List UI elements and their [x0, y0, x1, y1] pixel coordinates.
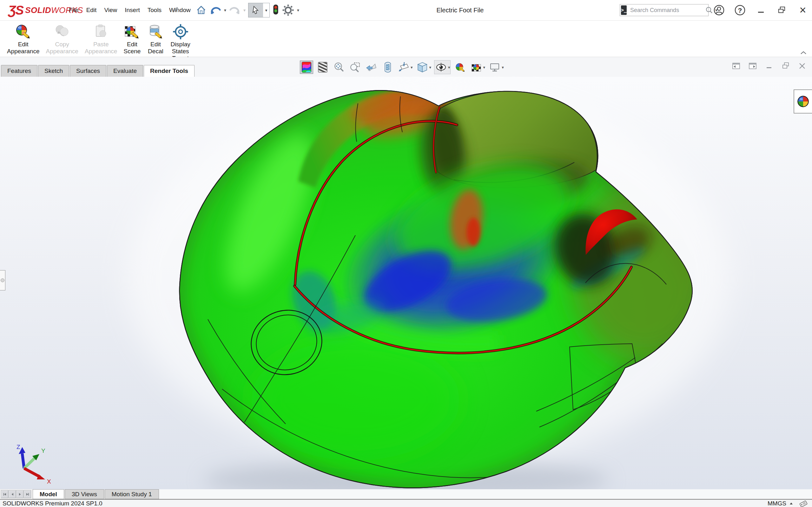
view-settings-caret[interactable]: ▾: [502, 65, 504, 70]
button-label: Appearance: [85, 48, 117, 55]
pin-menu-icon[interactable]: [171, 6, 180, 14]
restore-icon[interactable]: [776, 4, 788, 16]
display-states-target-button[interactable]: Display States Target: [167, 22, 193, 62]
apply-scene-caret[interactable]: ▾: [483, 65, 486, 70]
menu-file[interactable]: File: [65, 7, 83, 14]
button-label: Copy: [55, 41, 69, 48]
tab-model[interactable]: Model: [33, 489, 64, 499]
view-orientation-group: ▾: [397, 61, 413, 74]
svg-text:?: ?: [738, 7, 742, 14]
section-view-icon[interactable]: [381, 61, 394, 74]
search-commands-box[interactable]: >_ ▾: [620, 4, 709, 16]
last-tab-icon[interactable]: [24, 490, 31, 498]
first-tab-icon[interactable]: [1, 490, 8, 498]
select-dropdown-caret[interactable]: ▾: [263, 3, 269, 17]
settings-dropdown-caret[interactable]: ▾: [296, 8, 301, 13]
ribbon-collapse-chevron-icon[interactable]: [800, 50, 807, 55]
display-style-group: ▾: [416, 61, 432, 74]
previous-tab-icon[interactable]: [9, 490, 16, 498]
zebra-stripes-icon[interactable]: [316, 61, 329, 74]
graphics-area[interactable]: Z Y X: [0, 77, 812, 489]
command-manager-ribbon: Edit Appearance Copy Appearance Paste Ap…: [0, 20, 812, 57]
model-electric-foot-file[interactable]: [0, 77, 812, 489]
document-window-controls: [731, 61, 807, 70]
tag-icon[interactable]: [799, 499, 808, 507]
menu-tools[interactable]: Tools: [144, 7, 165, 14]
document-title: Electric Foot File: [412, 0, 508, 20]
minimize-document-icon[interactable]: [764, 61, 774, 70]
hide-show-items-icon[interactable]: [435, 61, 448, 74]
titlebar: ƷS SOLID WORKS File Edit View Insert Too…: [0, 0, 812, 20]
button-label: Decal: [148, 48, 163, 55]
hide-show-items-group: ▾: [434, 60, 451, 74]
view-settings-group: ▾: [488, 61, 504, 74]
restore-document-icon[interactable]: [781, 61, 791, 70]
zoom-to-fit-icon[interactable]: [332, 61, 346, 74]
previous-view-icon[interactable]: [365, 61, 378, 74]
redo-dropdown-caret: ▾: [242, 8, 247, 13]
triad-y-label: Y: [41, 447, 45, 454]
button-label: Edit: [150, 41, 161, 48]
undo-dropdown-caret[interactable]: ▾: [223, 8, 227, 13]
menu-insert[interactable]: Insert: [121, 7, 144, 14]
tab-sketch[interactable]: Sketch: [38, 65, 69, 77]
tab-features[interactable]: Features: [1, 65, 38, 77]
rebuild-traffic-light-icon[interactable]: [271, 3, 281, 17]
menu-view[interactable]: View: [100, 7, 121, 14]
close-icon[interactable]: ×: [797, 4, 809, 16]
tab-bar-filler: [159, 489, 812, 499]
apply-scene-group: ▾: [470, 61, 486, 74]
unit-system-dropdown[interactable]: MMGS: [768, 500, 793, 507]
undo-icon[interactable]: [208, 3, 223, 17]
reference-triad: Z Y X: [4, 441, 52, 486]
zoom-to-area-icon[interactable]: [348, 61, 362, 74]
close-document-icon[interactable]: [797, 61, 807, 70]
tab-motion-study-1[interactable]: Motion Study 1: [105, 489, 159, 499]
tab-render-tools[interactable]: Render Tools: [144, 65, 195, 77]
appearances-flyout-tab[interactable]: [794, 90, 812, 114]
tab-evaluate[interactable]: Evaluate: [107, 65, 143, 77]
command-tabs: Features Sketch Surfaces Evaluate Render…: [1, 65, 195, 77]
command-tab-strip: Features Sketch Surfaces Evaluate Render…: [0, 57, 812, 77]
feature-manager-pane-handle[interactable]: [0, 270, 5, 290]
tab-surfaces[interactable]: Surfaces: [70, 65, 106, 77]
paste-appearance-icon: [92, 22, 109, 41]
button-label: Appearance: [46, 48, 78, 55]
home-icon[interactable]: [194, 3, 208, 17]
status-bar: SOLIDWORKS Premium 2024 SP1.0 MMGS: [0, 499, 812, 507]
view-orientation-icon[interactable]: [397, 61, 410, 74]
paste-appearance-button: Paste Appearance: [82, 22, 120, 55]
edit-scene-button[interactable]: Edit Scene: [120, 22, 144, 55]
tab-3d-views[interactable]: 3D Views: [65, 489, 104, 499]
units-dropdown-caret-icon: [790, 502, 793, 505]
next-tab-icon[interactable]: [16, 490, 23, 498]
heads-up-view-toolbar: ▾ ▾ ▾ ▾ ▾: [300, 60, 504, 74]
menu-window[interactable]: Window: [165, 7, 195, 14]
minimize-icon[interactable]: [755, 4, 767, 16]
settings-gear-icon[interactable]: [281, 3, 296, 17]
button-label: States: [172, 48, 189, 55]
search-input[interactable]: [629, 7, 704, 14]
account-icon[interactable]: [713, 4, 725, 16]
menu-edit[interactable]: Edit: [83, 7, 101, 14]
select-cursor-icon[interactable]: [248, 3, 263, 17]
curvature-icon[interactable]: [300, 61, 313, 74]
help-icon[interactable]: ?: [734, 4, 746, 16]
view-settings-icon[interactable]: [488, 61, 501, 74]
button-label: Appearance: [7, 48, 39, 55]
edit-appearance-button[interactable]: Edit Appearance: [4, 22, 43, 55]
titlebar-right-icons: ? ×: [713, 0, 809, 20]
scene-sphere-pencil-icon: [123, 22, 141, 41]
view-orientation-caret[interactable]: ▾: [411, 65, 413, 70]
hide-show-items-caret[interactable]: ▾: [448, 65, 450, 70]
display-style-caret[interactable]: ▾: [429, 65, 432, 70]
button-label: Edit: [127, 41, 137, 48]
edit-appearance-icon[interactable]: [453, 61, 467, 74]
button-label: Scene: [123, 48, 141, 55]
show-left-pane-icon[interactable]: [731, 61, 741, 70]
apply-scene-icon[interactable]: [470, 61, 483, 74]
edit-decal-button[interactable]: Edit Decal: [144, 22, 167, 55]
show-right-pane-icon[interactable]: [748, 61, 757, 70]
display-style-icon[interactable]: [416, 61, 429, 74]
magnifier-icon[interactable]: [705, 6, 713, 14]
